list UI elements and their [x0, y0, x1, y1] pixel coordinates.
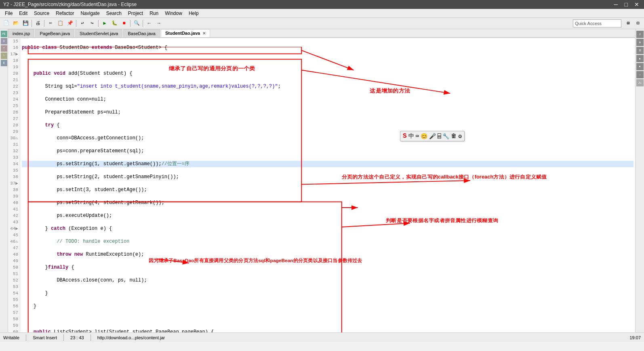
sidebar-package-explorer[interactable]: PE	[1, 31, 7, 37]
menu-window[interactable]: Window	[162, 10, 185, 17]
tab-close-icon[interactable]: ✕	[202, 31, 206, 36]
status-sep2	[63, 334, 64, 341]
menu-edit[interactable]: Edit	[16, 10, 31, 17]
status-sep3	[90, 334, 91, 341]
tab-basedao-java[interactable]: BaseDao.java	[123, 29, 160, 37]
right-sidebar-icon6[interactable]: →	[636, 71, 644, 78]
quick-access-box[interactable]: Quick Access	[573, 19, 621, 27]
line-num: 29	[10, 128, 18, 135]
editor-area: index.jsp PageBean.java StudentServlet.j…	[8, 29, 635, 332]
minimize-button[interactable]: ─	[612, 1, 620, 8]
line-num: 24	[10, 96, 18, 103]
ime-emoji[interactable]: 😊	[421, 133, 427, 140]
sidebar-tasks[interactable]: T	[1, 45, 7, 52]
menu-bar: File Edit Source Refactor Navigate Searc…	[0, 9, 644, 18]
toolbar-perspectives[interactable]: ⊞	[624, 19, 633, 28]
right-sidebar-icon5[interactable]: ▼	[636, 63, 644, 70]
tab-pagebean-java[interactable]: PageBean.java	[35, 29, 74, 37]
line-num: 59	[10, 322, 18, 329]
toolbar-run[interactable]: ▶	[100, 19, 109, 28]
line-num: 39	[10, 193, 18, 200]
toolbar-new[interactable]: 📄	[2, 19, 11, 28]
code-editor: 15 16 17▶ 18 19 20 21 22 23 24 25 26 27 …	[8, 38, 635, 332]
ime-voice[interactable]: 🎤	[429, 133, 436, 140]
line-num: 26	[10, 109, 18, 116]
line-num: 27	[10, 116, 18, 122]
toolbar-forward[interactable]: →	[154, 19, 163, 28]
toolbar-cut[interactable]: ✂	[46, 19, 55, 28]
line-num: 28	[10, 122, 18, 128]
line-num: 23	[10, 90, 18, 96]
window-controls: ─ □ ✕	[612, 1, 641, 8]
line-num: 21	[10, 77, 18, 83]
toolbar-sep3	[76, 20, 76, 27]
toolbar-sep1	[32, 20, 32, 27]
line-num: 16	[10, 44, 18, 51]
tab-label: StudentDao.java	[165, 31, 200, 36]
menu-search[interactable]: Search	[103, 10, 125, 17]
right-sidebar-icon1[interactable]: J	[636, 31, 644, 38]
sidebar-outline[interactable]: O	[1, 38, 7, 44]
toolbar-search[interactable]: 🔍	[132, 19, 141, 28]
tab-index-jsp[interactable]: index.jsp	[8, 29, 34, 37]
ime-special-chars[interactable]: ⌸	[438, 133, 441, 140]
line-numbers: 15 16 17▶ 18 19 20 21 22 23 24 25 26 27 …	[8, 38, 20, 332]
toolbar-back[interactable]: ←	[145, 19, 154, 28]
app-title: Y2 - J2EE_Page/src/com/zking/dao/Student…	[3, 2, 137, 7]
tab-bar: index.jsp PageBean.java StudentServlet.j…	[8, 29, 635, 38]
menu-refactor[interactable]: Refactor	[53, 10, 77, 17]
right-sidebar-icon3[interactable]: ☰	[636, 47, 644, 54]
status-sep1	[26, 334, 26, 341]
line-num: 49	[10, 258, 18, 264]
tab-studentdao-java[interactable]: StudentDao.java ✕	[161, 29, 210, 37]
toolbar-paste[interactable]: 📌	[65, 19, 74, 28]
sogou-logo[interactable]: S	[403, 132, 407, 140]
ime-settings[interactable]: ⚙	[458, 133, 461, 140]
right-sidebar-icon2[interactable]: ⊞	[636, 39, 644, 46]
maximize-button[interactable]: □	[623, 1, 629, 8]
toolbar-sep5	[130, 20, 130, 27]
tab-studentservlet-java[interactable]: StudentServlet.java	[75, 29, 122, 37]
menu-help[interactable]: Help	[185, 10, 202, 17]
code-content[interactable]: public class StudentDao extends BaseDao<…	[20, 38, 635, 332]
toolbar-redo[interactable]: ↪	[88, 19, 97, 28]
menu-source[interactable]: Source	[31, 10, 53, 17]
line-num: 43	[10, 219, 18, 225]
line-num: 31	[10, 141, 18, 148]
tab-label: StudentServlet.java	[80, 31, 118, 36]
toolbar-views[interactable]: ⊡	[633, 19, 642, 28]
toolbar-undo[interactable]: ↩	[78, 19, 87, 28]
close-button[interactable]: ✕	[633, 1, 641, 8]
right-sidebar-icon4[interactable]: ▲	[636, 55, 644, 62]
toolbar-stop[interactable]: ■	[120, 19, 128, 28]
status-time: 19:07	[629, 335, 641, 340]
toolbar-open[interactable]: 📂	[11, 19, 20, 28]
code-container[interactable]: 15 16 17▶ 18 19 20 21 22 23 24 25 26 27 …	[8, 38, 635, 332]
ime-tools1[interactable]: 🔧	[442, 133, 449, 140]
line-num: 56	[10, 303, 18, 309]
toolbar-print[interactable]: 🖨	[34, 19, 42, 28]
ime-tools2[interactable]: 🗑	[451, 133, 457, 139]
line-num: 18	[10, 57, 18, 64]
toolbar-debug[interactable]: 🐛	[110, 19, 119, 28]
line-num: 15	[10, 38, 18, 44]
main-layout: PE O T ! B index.jsp PageBean.java Stude…	[0, 29, 644, 332]
line-num: 32	[10, 148, 18, 154]
ime-soft-keyboard[interactable]: ⌨	[416, 133, 419, 140]
menu-file[interactable]: File	[2, 10, 16, 17]
line-num: 33	[10, 154, 18, 161]
right-sidebar-icon7[interactable]: Ju	[636, 79, 644, 86]
line-num: 19	[10, 64, 18, 70]
line-num: 53	[10, 284, 18, 290]
menu-run[interactable]: Run	[146, 10, 162, 17]
sidebar-problems[interactable]: !	[1, 53, 7, 59]
ime-chinese[interactable]: 中	[408, 132, 414, 140]
menu-project[interactable]: Project	[125, 10, 146, 17]
line-num: 45	[10, 232, 18, 238]
toolbar-copy[interactable]: 📋	[56, 19, 65, 28]
status-right: 19:07	[629, 335, 641, 340]
sidebar-bookmarks[interactable]: B	[1, 60, 7, 66]
toolbar-save[interactable]: 💾	[21, 19, 30, 28]
toolbar-sep6	[143, 20, 143, 27]
menu-navigate[interactable]: Navigate	[77, 10, 103, 17]
